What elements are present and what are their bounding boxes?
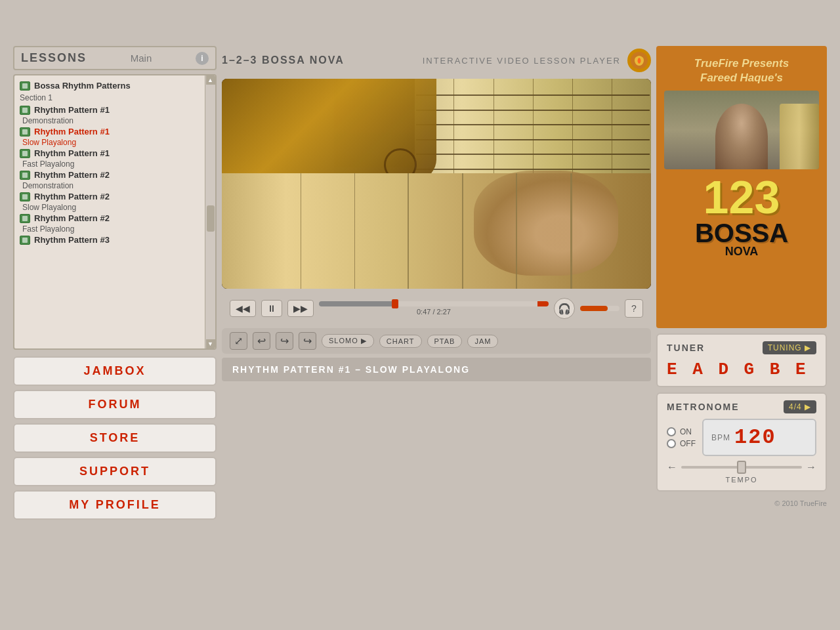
forum-button[interactable]: FORUM — [13, 390, 217, 419]
bpm-label: BPM — [711, 433, 730, 442]
lesson-sub[interactable]: Demonstration — [17, 181, 202, 190]
tempo-increase-arrow[interactable]: → — [806, 461, 816, 473]
loop-in-button[interactable]: ⤢ — [230, 332, 247, 350]
list-item[interactable]: Rhythm Pattern #1 — [17, 125, 202, 138]
progress-bar[interactable] — [319, 301, 549, 306]
scrollbar[interactable]: ▲ ▼ — [205, 75, 215, 348]
lessons-title: LESSONS — [21, 51, 87, 65]
list-item[interactable]: Rhythm Pattern #2 — [17, 190, 202, 203]
jam-button[interactable]: JAM — [467, 335, 498, 348]
controls-bar: ◀◀ ⏸ ▶▶ 0:47 / 2:27 🎧 ? — [222, 293, 651, 324]
chart-button[interactable]: CHART — [379, 335, 422, 348]
metronome-display: ON OFF BPM 120 — [667, 419, 816, 456]
store-button[interactable]: STORE — [13, 423, 217, 453]
off-radio-circle[interactable] — [667, 439, 676, 448]
list-item[interactable]: Rhythm Pattern #3 — [17, 234, 202, 246]
tuner-header: TUNER TUNING ▶ — [667, 341, 816, 354]
pause-button[interactable]: ⏸ — [261, 300, 282, 317]
lesson-name-active: Rhythm Pattern #1 — [34, 127, 110, 136]
lesson-icon — [20, 127, 30, 136]
forward-button[interactable]: ▶▶ — [287, 300, 314, 317]
volume-fill — [580, 306, 608, 311]
progress-right-fill — [537, 301, 549, 306]
list-item[interactable]: Rhythm Pattern #1 — [17, 104, 202, 116]
guitar-bg-right — [780, 104, 819, 169]
tempo-thumb[interactable] — [737, 461, 746, 474]
progress-thumb[interactable] — [392, 299, 398, 308]
tuner-notes: E A D G B E — [667, 360, 816, 379]
on-radio[interactable]: ON — [667, 427, 696, 436]
loop-out-button[interactable]: ↪ — [299, 332, 316, 350]
lesson-sub[interactable]: Demonstration — [17, 116, 202, 125]
current-lesson-text: RHYTHM PATTERN #1 – SLOW PLAYALONG — [232, 364, 640, 375]
tempo-slider[interactable] — [681, 466, 802, 469]
lesson-sub[interactable]: Slow Playalong — [17, 203, 202, 212]
album-title-line1: BOSSA — [695, 221, 788, 245]
list-item[interactable]: Rhythm Pattern #2 — [17, 212, 202, 224]
right-panel: TrueFire Presents Fareed Haque's 123 BOS… — [656, 46, 827, 520]
section-label: Section 1 — [17, 92, 202, 104]
scroll-up-arrow[interactable]: ▲ — [206, 75, 215, 85]
album-photo — [664, 91, 819, 169]
tuner-title: TUNER — [667, 343, 705, 353]
slomo-button[interactable]: SLOMO ▶ — [322, 334, 374, 348]
lesson-name: Rhythm Pattern #1 — [34, 105, 110, 115]
lessons-header: LESSONS Main i — [13, 46, 217, 70]
help-button[interactable]: ? — [625, 299, 643, 318]
tempo-decrease-arrow[interactable]: ← — [667, 461, 677, 473]
video-placeholder — [222, 79, 651, 289]
truefire-logo — [627, 49, 651, 72]
sidebar: LESSONS Main i Bossa Rhythm Patterns Sec… — [13, 46, 217, 520]
bpm-value: 120 — [734, 425, 776, 450]
profile-button[interactable]: MY PROFILE — [13, 490, 217, 520]
metronome-panel: METRONOME 4/4 ▶ ON OFF BPM 120 — [656, 392, 827, 492]
loop-back-button[interactable]: ↩ — [253, 332, 270, 350]
support-button[interactable]: SUPPORT — [13, 457, 217, 486]
top-bar: 1–2–3 BOSSA NOVA INTERACTIVE VIDEO LESSO… — [222, 46, 651, 75]
lesson-icon — [20, 149, 30, 158]
lesson-icon — [20, 81, 30, 91]
album-number: 123 — [704, 177, 780, 219]
ptab-button[interactable]: PTAB — [427, 335, 463, 348]
album-presenter: TrueFire Presents Fareed Haque's — [694, 56, 789, 85]
copyright: © 2010 TrueFire — [656, 497, 827, 510]
on-radio-circle[interactable] — [667, 427, 676, 436]
list-item[interactable]: Bossa Rhythm Patterns — [17, 79, 202, 92]
nav-buttons: JAMBOX FORUM STORE SUPPORT MY PROFILE — [13, 356, 217, 520]
metronome-title: METRONOME — [667, 402, 740, 412]
rewind-button[interactable]: ◀◀ — [230, 300, 256, 317]
player-label: INTERACTIVE VIDEO LESSON PLAYER — [423, 56, 621, 66]
jambox-button[interactable]: JAMBOX — [13, 356, 217, 386]
bpm-display: BPM 120 — [702, 419, 816, 456]
video-title: 1–2–3 BOSSA NOVA — [222, 54, 345, 66]
video-player — [222, 79, 651, 289]
loop-forward-button[interactable]: ↪ — [276, 332, 293, 350]
volume-bar[interactable] — [580, 306, 620, 311]
headphone-button[interactable]: 🎧 — [554, 298, 575, 319]
lesson-name: Rhythm Pattern #1 — [34, 148, 110, 158]
time-sig-button[interactable]: 4/4 ▶ — [784, 400, 816, 413]
lesson-list: Bossa Rhythm Patterns Section 1 Rhythm P… — [14, 75, 205, 348]
scroll-thumb[interactable] — [207, 205, 215, 232]
tuner-panel: TUNER TUNING ▶ E A D G B E — [656, 333, 827, 387]
lesson-name: Rhythm Pattern #3 — [34, 235, 110, 245]
lesson-name: Rhythm Pattern #2 — [34, 213, 110, 223]
lesson-sub-active[interactable]: Slow Playalong — [17, 138, 202, 147]
list-item[interactable]: Rhythm Pattern #2 — [17, 169, 202, 181]
tempo-slider-container: ← → — [667, 461, 816, 473]
lesson-icon — [20, 171, 30, 180]
off-radio[interactable]: OFF — [667, 439, 696, 448]
lesson-name: Bossa Rhythm Patterns — [34, 81, 131, 91]
lesson-sub[interactable]: Fast Playalong — [17, 224, 202, 234]
lesson-sub[interactable]: Fast Playalong — [17, 159, 202, 169]
metronome-header: METRONOME 4/4 ▶ — [667, 400, 816, 413]
lesson-list-container: Bossa Rhythm Patterns Section 1 Rhythm P… — [13, 74, 217, 350]
list-item[interactable]: Rhythm Pattern #1 — [17, 147, 202, 159]
scroll-down-arrow[interactable]: ▼ — [206, 339, 215, 348]
tuning-button[interactable]: TUNING ▶ — [763, 341, 816, 354]
current-lesson-bar: RHYTHM PATTERN #1 – SLOW PLAYALONG — [222, 358, 651, 381]
on-off-group: ON OFF — [667, 427, 696, 448]
lesson-name: Rhythm Pattern #2 — [34, 192, 110, 201]
person-silhouette — [715, 104, 768, 169]
info-icon[interactable]: i — [196, 52, 209, 65]
